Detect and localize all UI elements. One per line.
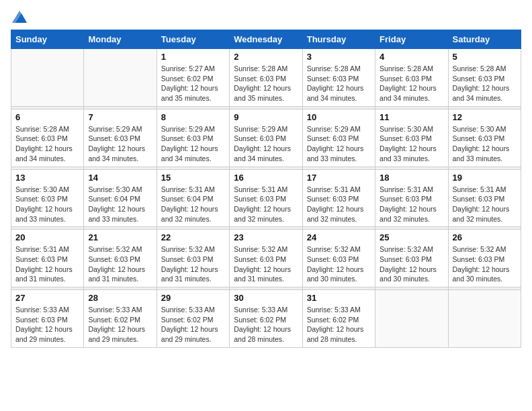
weekday-header-saturday: Saturday [448, 30, 521, 49]
cell-info: Sunrise: 5:29 AMSunset: 6:03 PMDaylight:… [161, 124, 225, 164]
calendar-header-row: SundayMondayTuesdayWednesdayThursdayFrid… [11, 30, 521, 49]
cell-info: Sunrise: 5:29 AMSunset: 6:03 PMDaylight:… [307, 124, 371, 164]
calendar-cell: 21Sunrise: 5:32 AMSunset: 6:03 PMDayligh… [84, 230, 157, 287]
cell-info: Sunrise: 5:28 AMSunset: 6:03 PMDaylight:… [307, 64, 371, 103]
day-number: 29 [161, 293, 225, 303]
cell-info: Sunrise: 5:29 AMSunset: 6:03 PMDaylight:… [234, 124, 298, 164]
cell-info: Sunrise: 5:33 AMSunset: 6:02 PMDaylight:… [307, 305, 371, 345]
day-number: 12 [453, 112, 517, 122]
calendar-cell: 20Sunrise: 5:31 AMSunset: 6:03 PMDayligh… [11, 230, 84, 287]
weekday-header-sunday: Sunday [11, 30, 84, 49]
calendar-week-row: 27Sunrise: 5:33 AMSunset: 6:03 PMDayligh… [11, 290, 521, 348]
calendar-cell: 2Sunrise: 5:28 AMSunset: 6:03 PMDaylight… [230, 49, 302, 107]
day-number: 1 [161, 52, 225, 62]
calendar-week-row: 13Sunrise: 5:30 AMSunset: 6:03 PMDayligh… [11, 169, 521, 227]
cell-info: Sunrise: 5:31 AMSunset: 6:03 PMDaylight:… [453, 185, 517, 224]
cell-info: Sunrise: 5:32 AMSunset: 6:03 PMDaylight:… [234, 244, 298, 284]
cell-info: Sunrise: 5:30 AMSunset: 6:03 PMDaylight:… [15, 185, 79, 224]
cell-info: Sunrise: 5:33 AMSunset: 6:02 PMDaylight:… [88, 305, 152, 345]
day-number: 28 [88, 293, 152, 303]
calendar-cell: 10Sunrise: 5:29 AMSunset: 6:03 PMDayligh… [302, 109, 375, 167]
cell-info: Sunrise: 5:32 AMSunset: 6:03 PMDaylight:… [453, 244, 517, 284]
weekday-header-wednesday: Wednesday [230, 30, 302, 49]
cell-info: Sunrise: 5:31 AMSunset: 6:04 PMDaylight:… [161, 185, 225, 224]
cell-info: Sunrise: 5:30 AMSunset: 6:03 PMDaylight:… [453, 124, 517, 164]
calendar-week-row: 6Sunrise: 5:28 AMSunset: 6:03 PMDaylight… [11, 109, 521, 167]
day-number: 24 [307, 232, 371, 242]
logo-icon [12, 11, 27, 23]
weekday-header-friday: Friday [375, 30, 448, 49]
cell-info: Sunrise: 5:28 AMSunset: 6:03 PMDaylight:… [234, 64, 298, 103]
day-number: 7 [88, 112, 152, 122]
cell-info: Sunrise: 5:28 AMSunset: 6:03 PMDaylight:… [453, 64, 517, 103]
cell-info: Sunrise: 5:32 AMSunset: 6:03 PMDaylight:… [161, 244, 225, 284]
day-number: 22 [161, 232, 225, 242]
cell-info: Sunrise: 5:31 AMSunset: 6:03 PMDaylight:… [15, 244, 79, 284]
calendar-cell: 19Sunrise: 5:31 AMSunset: 6:03 PMDayligh… [448, 169, 521, 227]
calendar-cell: 3Sunrise: 5:28 AMSunset: 6:03 PMDaylight… [302, 49, 375, 107]
cell-info: Sunrise: 5:32 AMSunset: 6:03 PMDaylight:… [88, 244, 152, 284]
calendar-cell: 8Sunrise: 5:29 AMSunset: 6:03 PMDaylight… [157, 109, 229, 167]
calendar-cell: 9Sunrise: 5:29 AMSunset: 6:03 PMDaylight… [230, 109, 302, 167]
calendar-cell: 11Sunrise: 5:30 AMSunset: 6:03 PMDayligh… [375, 109, 448, 167]
day-number: 17 [307, 173, 371, 183]
day-number: 5 [453, 52, 517, 62]
calendar-cell: 25Sunrise: 5:32 AMSunset: 6:03 PMDayligh… [375, 230, 448, 287]
cell-info: Sunrise: 5:28 AMSunset: 6:03 PMDaylight:… [380, 64, 443, 103]
day-number: 18 [380, 173, 443, 183]
page-header [11, 11, 521, 23]
day-number: 16 [234, 173, 298, 183]
calendar-cell: 26Sunrise: 5:32 AMSunset: 6:03 PMDayligh… [448, 230, 521, 287]
day-number: 4 [380, 52, 443, 62]
calendar-cell: 23Sunrise: 5:32 AMSunset: 6:03 PMDayligh… [230, 230, 302, 287]
calendar-cell: 12Sunrise: 5:30 AMSunset: 6:03 PMDayligh… [448, 109, 521, 167]
day-number: 15 [161, 173, 225, 183]
calendar-cell: 5Sunrise: 5:28 AMSunset: 6:03 PMDaylight… [448, 49, 521, 107]
cell-info: Sunrise: 5:28 AMSunset: 6:03 PMDaylight:… [15, 124, 79, 164]
day-number: 13 [15, 173, 79, 183]
calendar-week-row: 20Sunrise: 5:31 AMSunset: 6:03 PMDayligh… [11, 230, 521, 287]
cell-info: Sunrise: 5:32 AMSunset: 6:03 PMDaylight:… [380, 244, 443, 284]
calendar-table: SundayMondayTuesdayWednesdayThursdayFrid… [11, 30, 521, 348]
cell-info: Sunrise: 5:33 AMSunset: 6:03 PMDaylight:… [15, 305, 79, 345]
calendar-week-row: 1Sunrise: 5:27 AMSunset: 6:02 PMDaylight… [11, 49, 521, 107]
cell-info: Sunrise: 5:29 AMSunset: 6:03 PMDaylight:… [88, 124, 152, 164]
cell-info: Sunrise: 5:31 AMSunset: 6:03 PMDaylight:… [380, 185, 443, 224]
day-number: 19 [453, 173, 517, 183]
weekday-header-thursday: Thursday [302, 30, 375, 49]
cell-info: Sunrise: 5:31 AMSunset: 6:03 PMDaylight:… [307, 185, 371, 224]
calendar-cell: 4Sunrise: 5:28 AMSunset: 6:03 PMDaylight… [375, 49, 448, 107]
calendar-cell: 29Sunrise: 5:33 AMSunset: 6:02 PMDayligh… [157, 290, 229, 348]
day-number: 23 [234, 232, 298, 242]
logo [11, 11, 27, 23]
day-number: 21 [88, 232, 152, 242]
cell-info: Sunrise: 5:30 AMSunset: 6:03 PMDaylight:… [380, 124, 443, 164]
calendar-cell: 16Sunrise: 5:31 AMSunset: 6:03 PMDayligh… [230, 169, 302, 227]
calendar-cell [448, 290, 521, 348]
calendar-cell: 15Sunrise: 5:31 AMSunset: 6:04 PMDayligh… [157, 169, 229, 227]
calendar-cell: 17Sunrise: 5:31 AMSunset: 6:03 PMDayligh… [302, 169, 375, 227]
calendar-cell: 18Sunrise: 5:31 AMSunset: 6:03 PMDayligh… [375, 169, 448, 227]
calendar-cell: 27Sunrise: 5:33 AMSunset: 6:03 PMDayligh… [11, 290, 84, 348]
cell-info: Sunrise: 5:33 AMSunset: 6:02 PMDaylight:… [161, 305, 225, 345]
calendar-cell: 1Sunrise: 5:27 AMSunset: 6:02 PMDaylight… [157, 49, 229, 107]
cell-info: Sunrise: 5:27 AMSunset: 6:02 PMDaylight:… [161, 64, 225, 103]
calendar-cell [375, 290, 448, 348]
day-number: 27 [15, 293, 79, 303]
weekday-header-tuesday: Tuesday [157, 30, 229, 49]
day-number: 25 [380, 232, 443, 242]
calendar-cell [84, 49, 157, 107]
day-number: 11 [380, 112, 443, 122]
cell-info: Sunrise: 5:30 AMSunset: 6:04 PMDaylight:… [88, 185, 152, 224]
day-number: 10 [307, 112, 371, 122]
weekday-header-monday: Monday [84, 30, 157, 49]
day-number: 2 [234, 52, 298, 62]
cell-info: Sunrise: 5:33 AMSunset: 6:02 PMDaylight:… [234, 305, 298, 345]
calendar-cell: 13Sunrise: 5:30 AMSunset: 6:03 PMDayligh… [11, 169, 84, 227]
calendar-cell: 14Sunrise: 5:30 AMSunset: 6:04 PMDayligh… [84, 169, 157, 227]
calendar-cell: 24Sunrise: 5:32 AMSunset: 6:03 PMDayligh… [302, 230, 375, 287]
calendar-cell: 6Sunrise: 5:28 AMSunset: 6:03 PMDaylight… [11, 109, 84, 167]
day-number: 20 [15, 232, 79, 242]
cell-info: Sunrise: 5:32 AMSunset: 6:03 PMDaylight:… [307, 244, 371, 284]
calendar-cell: 28Sunrise: 5:33 AMSunset: 6:02 PMDayligh… [84, 290, 157, 348]
